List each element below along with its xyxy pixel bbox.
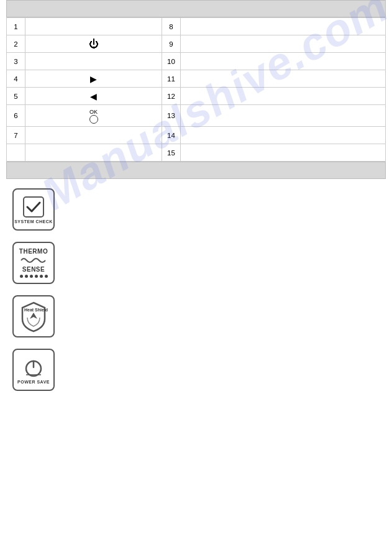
thermo-wave-svg [20,255,47,265]
ok-icon: OK [89,109,98,124]
table-row: 6 OK 13 [7,105,386,127]
row1-num: 1 [7,18,25,35]
row6-num2: 13 [162,105,181,127]
system-check-svg [22,196,45,218]
system-check-icon-box: SYSTEM CHECK [12,188,55,231]
system-check-label: SYSTEM CHECK [14,219,53,224]
row6-num: 6 [7,105,25,127]
table-row: 5 ◀ 12 [7,88,386,105]
table-row: 15 [7,144,386,162]
power-save-svg [21,356,46,378]
section-header-top [6,0,386,17]
row2-num2: 9 [162,35,181,53]
row2-label: ⏻ [25,35,162,53]
thermo-sense-icon-box: THERMO SENSE [12,242,55,284]
row8-label [25,144,162,162]
power-save-label: POWER SAVE [17,380,50,384]
row1-label [25,18,162,35]
row5-label: ◀ [25,88,162,105]
row7-label2 [181,127,386,144]
row1-num2: 8 [162,18,181,35]
row2-label2 [181,35,386,53]
table-row: 3 10 [7,53,386,70]
row6-label2 [181,105,386,127]
row5-num: 5 [7,88,25,105]
row3-label2 [181,53,386,70]
row8-num [7,144,25,162]
table-row: 7 14 [7,127,386,144]
thermo-dots [20,275,48,278]
row7-num: 7 [7,127,25,144]
row8-num2: 15 [162,144,181,162]
row7-label [25,127,162,144]
power-save-icon-box: POWER SAVE [12,349,55,391]
row4-label2 [181,70,386,88]
heat-shield-icon-box: Heat Shield [12,295,55,337]
row4-num2: 11 [162,70,181,88]
power-icon: ⏻ [89,39,99,49]
heat-shield-svg: Heat Shield [17,300,50,333]
thermo-line2: SENSE [22,266,45,273]
table-row: 4 ▶ 11 [7,70,386,88]
row2-num: 2 [7,35,25,53]
row3-num2: 10 [162,53,181,70]
row5-label2 [181,88,386,105]
row3-num: 3 [7,53,25,70]
row6-label: OK [25,105,162,127]
row7-num2: 14 [162,127,181,144]
row5-num2: 12 [162,88,181,105]
section-header-bottom [6,162,386,179]
row4-num: 4 [7,70,25,88]
thermo-line1: THERMO [19,248,48,255]
controls-table: 1 8 2 ⏻ 9 3 10 [6,17,386,162]
row8-label2 [181,144,386,162]
play-icon: ▶ [90,74,97,84]
svg-text:Heat Shield: Heat Shield [24,308,48,312]
back-icon: ◀ [90,91,97,101]
row4-label: ▶ [25,70,162,88]
row1-label2 [181,18,386,35]
row3-label [25,53,162,70]
table-row: 2 ⏻ 9 [7,35,386,53]
feature-icons-section: SYSTEM CHECK THERMO SENSE [6,179,386,400]
table-row: 1 8 [7,18,386,35]
